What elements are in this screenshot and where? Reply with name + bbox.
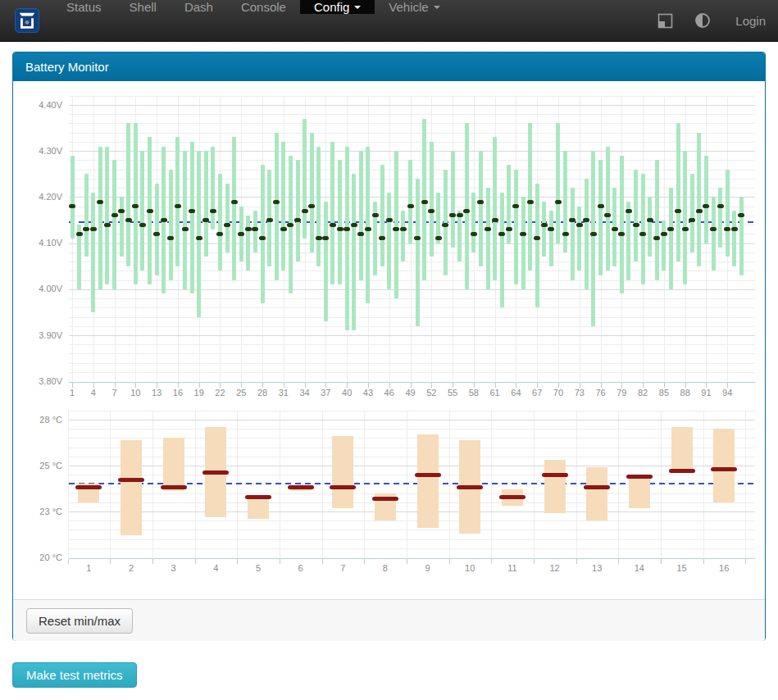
x-axis-tick bbox=[110, 559, 111, 564]
nav-item-vehicle[interactable]: Vehicle bbox=[375, 0, 453, 14]
nav-menu: Status Shell Dash Console Config Vehicle bbox=[52, 0, 454, 41]
h-gridline bbox=[69, 548, 755, 549]
x-axis-label: 5 bbox=[244, 563, 272, 574]
x-axis-label: 3 bbox=[160, 563, 188, 574]
charts-area: 4.40V4.30V4.20V4.10V4.00V3.90V3.80V14710… bbox=[13, 81, 765, 599]
x-axis-tick bbox=[280, 559, 280, 564]
x-axis-tick bbox=[661, 559, 662, 564]
x-axis-tick bbox=[449, 559, 450, 564]
temperatures-current-marker bbox=[330, 485, 356, 489]
h-gridline bbox=[69, 520, 755, 521]
battery-monitor-panel: Battery Monitor 4.40V4.30V4.20V4.10V4.00… bbox=[12, 52, 766, 641]
y-axis-label: 28 °C bbox=[20, 415, 62, 425]
x-axis-tick bbox=[68, 559, 69, 564]
x-axis-label: 11 bbox=[498, 563, 526, 574]
x-axis-label: 16 bbox=[710, 563, 738, 574]
panel-title: Battery Monitor bbox=[13, 52, 765, 81]
brand-logo[interactable] bbox=[0, 0, 52, 41]
x-axis-tick bbox=[703, 559, 704, 564]
panel-footer: Reset min/max bbox=[13, 599, 765, 641]
temperatures-range-bar bbox=[713, 429, 735, 502]
x-axis-tick bbox=[364, 559, 365, 564]
x-axis-label: 9 bbox=[414, 563, 442, 574]
x-axis-tick bbox=[534, 559, 535, 564]
temperatures-range-bar bbox=[544, 460, 566, 513]
temperatures-current-marker bbox=[288, 485, 314, 489]
x-axis-tick bbox=[618, 559, 619, 564]
x-axis-line bbox=[69, 558, 755, 559]
y-axis-label: 25 °C bbox=[20, 461, 62, 471]
x-axis-label: 13 bbox=[583, 563, 611, 574]
x-axis-label: 14 bbox=[626, 563, 653, 574]
temperatures-current-marker bbox=[626, 475, 653, 479]
x-axis-tick bbox=[237, 559, 238, 564]
temperatures-current-marker bbox=[245, 495, 271, 499]
temperatures-current-marker bbox=[499, 495, 525, 499]
app-logo-icon bbox=[15, 8, 39, 33]
h-gridline bbox=[69, 429, 755, 430]
contrast-icon[interactable] bbox=[684, 0, 721, 41]
nav-item-status[interactable]: Status bbox=[52, 0, 116, 14]
nav-item-dash[interactable]: Dash bbox=[171, 0, 227, 14]
make-test-metrics-button[interactable]: Make test metrics bbox=[12, 662, 137, 688]
h-gridline bbox=[69, 530, 755, 530]
temperature-chart[interactable]: 28 °C25 °C23 °C20 °C12345678910111213141… bbox=[13, 81, 765, 599]
temperatures-range-bar bbox=[629, 475, 650, 507]
login-link[interactable]: Login bbox=[721, 0, 778, 41]
temperatures-range-bar bbox=[671, 427, 693, 473]
x-axis-tick bbox=[152, 559, 153, 564]
nav-item-console[interactable]: Console bbox=[227, 0, 300, 14]
x-axis-tick bbox=[407, 559, 407, 564]
x-axis-label: 8 bbox=[371, 563, 399, 574]
h-gridline bbox=[69, 502, 755, 503]
temperatures-range-bar bbox=[417, 434, 439, 528]
nav-item-config-label: Config bbox=[314, 0, 349, 14]
nav-item-config[interactable]: Config bbox=[300, 0, 375, 14]
x-axis-label: 1 bbox=[75, 563, 102, 574]
temperatures-current-marker bbox=[711, 467, 737, 471]
nav-item-vehicle-label: Vehicle bbox=[389, 0, 428, 14]
navbar-right: Login bbox=[647, 0, 778, 41]
x-axis-label: 4 bbox=[202, 563, 230, 574]
temperatures-current-marker bbox=[669, 469, 695, 473]
temperatures-current-marker bbox=[161, 485, 187, 489]
h-gridline-major bbox=[69, 420, 755, 420]
reset-minmax-button[interactable]: Reset min/max bbox=[26, 608, 133, 634]
temperatures-current-marker bbox=[542, 473, 568, 477]
nav-item-shell[interactable]: Shell bbox=[116, 0, 171, 14]
temperatures-range-bar bbox=[121, 440, 142, 535]
chevron-down-icon bbox=[354, 6, 361, 9]
h-gridline bbox=[69, 493, 755, 494]
temperatures-current-marker bbox=[457, 485, 483, 489]
window-restore-icon[interactable] bbox=[647, 0, 684, 41]
x-axis-label: 7 bbox=[329, 563, 357, 574]
temperatures-current-marker bbox=[415, 473, 441, 477]
temperatures-current-marker bbox=[372, 497, 398, 501]
temperatures-current-marker bbox=[75, 485, 102, 489]
h-gridline bbox=[69, 411, 755, 411]
x-axis-tick bbox=[195, 559, 196, 564]
x-axis-label: 6 bbox=[287, 563, 315, 574]
temperatures-range-bar bbox=[163, 438, 184, 491]
y-axis-label: 23 °C bbox=[20, 507, 62, 517]
temperatures-range-bar bbox=[332, 436, 353, 507]
x-axis-tick bbox=[491, 559, 492, 564]
temperatures-current-marker bbox=[584, 485, 610, 489]
navbar: Status Shell Dash Console Config Vehicle… bbox=[0, 0, 778, 42]
x-axis-tick bbox=[745, 559, 746, 564]
h-gridline-major bbox=[69, 511, 755, 512]
temperatures-current-marker bbox=[118, 478, 144, 482]
x-axis-label: 15 bbox=[668, 563, 696, 574]
y-axis-label: 20 °C bbox=[20, 552, 62, 563]
x-axis-tick bbox=[322, 559, 323, 564]
temperatures-current-marker bbox=[202, 470, 229, 475]
x-axis-label: 10 bbox=[456, 563, 484, 574]
x-axis-label: 2 bbox=[117, 563, 145, 574]
x-axis-tick bbox=[576, 559, 577, 564]
temperatures-range-bar bbox=[586, 467, 607, 520]
x-axis-label: 12 bbox=[541, 563, 569, 574]
chevron-down-icon bbox=[434, 6, 440, 9]
h-gridline bbox=[69, 539, 755, 540]
